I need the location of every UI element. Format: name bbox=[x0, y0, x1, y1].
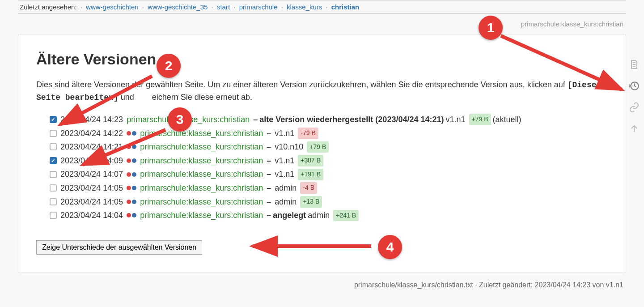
diff-icon[interactable] bbox=[127, 172, 137, 177]
revision-checkbox[interactable]: ✓ bbox=[50, 116, 57, 123]
breadcrumb-link[interactable]: start bbox=[217, 3, 230, 11]
revision-size: +13 B bbox=[300, 196, 322, 208]
revision-user: v1.n1 bbox=[275, 127, 294, 141]
revision-list: ✓2023/04/24 14:23primarschule:klasse_kur… bbox=[36, 113, 608, 222]
content-box: Ältere Versionen Dies sind ältere Versio… bbox=[18, 34, 626, 273]
revision-checkbox[interactable] bbox=[50, 184, 57, 192]
annotation-badge-2: 2 bbox=[157, 54, 181, 78]
revision-user: v1.n1 bbox=[445, 113, 465, 127]
revision-date: 2023/04/24 14:04 bbox=[60, 209, 123, 222]
tool-backlinks[interactable] bbox=[626, 97, 642, 118]
diff-icon[interactable] bbox=[127, 186, 137, 190]
revision-row: 2023/04/24 14:21primarschule:klasse_kurs… bbox=[50, 140, 608, 154]
revision-date: 2023/04/24 14:05 bbox=[60, 181, 123, 195]
tool-history[interactable] bbox=[626, 75, 642, 97]
breadcrumb-current: christian bbox=[331, 3, 360, 11]
breadcrumb-link[interactable]: www-geschichte_35 bbox=[148, 3, 208, 11]
revision-checkbox[interactable] bbox=[50, 212, 57, 219]
revision-size: +387 B bbox=[298, 155, 323, 166]
footer-info: primarschule/klasse_kurs/christian.txt ·… bbox=[18, 279, 626, 291]
revision-checkbox[interactable] bbox=[50, 198, 57, 205]
breadcrumb-label: Zuletzt angesehen: bbox=[20, 3, 77, 11]
revision-row: ✓2023/04/24 14:09primarschule:klasse_kur… bbox=[50, 154, 608, 168]
revision-size: -4 B bbox=[300, 182, 317, 194]
page-title: Ältere Versionen bbox=[36, 51, 608, 68]
tool-show-page[interactable] bbox=[626, 54, 642, 75]
diff-icon[interactable] bbox=[127, 200, 137, 204]
revision-user: v1.n1 bbox=[275, 167, 294, 181]
revision-page-link[interactable]: primarschule:klasse_kurs:christian bbox=[140, 154, 263, 168]
revision-user: v10.n10 bbox=[275, 140, 303, 154]
revision-user: admin bbox=[275, 195, 297, 209]
diff-icon[interactable] bbox=[127, 131, 137, 136]
intro-text: Dies sind ältere Versionen der gewählten… bbox=[36, 79, 608, 104]
revision-current-tag: (aktuell) bbox=[493, 113, 521, 127]
revision-row: 2023/04/24 14:07primarschule:klasse_kurs… bbox=[50, 167, 608, 181]
revision-date: 2023/04/24 14:09 bbox=[60, 154, 123, 168]
breadcrumb-sep: · bbox=[326, 3, 327, 11]
annotation-badge-3: 3 bbox=[168, 107, 192, 132]
annotation-badge-1: 1 bbox=[479, 16, 503, 40]
revision-row: 2023/04/24 14:05primarschule:klasse_kurs… bbox=[50, 195, 608, 209]
revision-date: 2023/04/24 14:23 bbox=[60, 113, 123, 127]
revision-user: v1.n1 bbox=[275, 154, 294, 168]
page-path: primarschule:klasse_kurs:christian bbox=[18, 14, 626, 30]
revision-size: +241 B bbox=[333, 210, 359, 222]
revision-page-link[interactable]: primarschule:klasse_kurs:christian bbox=[140, 181, 263, 195]
revision-page-link[interactable]: primarschule:klasse_kurs:christian bbox=[140, 127, 263, 141]
revision-user: admin bbox=[308, 209, 330, 222]
diff-icon[interactable] bbox=[127, 213, 137, 217]
show-diff-button[interactable]: Zeige Unterschiede der ausgewählten Vers… bbox=[36, 240, 202, 255]
revision-page-link[interactable]: primarschule:klasse_kurs:christian bbox=[140, 195, 263, 209]
breadcrumb: Zuletzt angesehen: · www-geschichten · w… bbox=[18, 0, 626, 14]
revision-date: 2023/04/24 14:05 bbox=[60, 195, 123, 209]
revision-size: +79 B bbox=[469, 114, 491, 125]
revision-page-link[interactable]: primarschule:klasse_kurs:christian bbox=[140, 209, 263, 222]
side-toolbar bbox=[626, 54, 642, 140]
revision-row: 2023/04/24 14:22primarschule:klasse_kurs… bbox=[50, 127, 608, 141]
revision-row: ✓2023/04/24 14:23primarschule:klasse_kur… bbox=[50, 113, 608, 127]
revision-row: 2023/04/24 14:04primarschule:klasse_kurs… bbox=[50, 209, 608, 222]
revision-date: 2023/04/24 14:22 bbox=[60, 127, 123, 141]
revision-row: 2023/04/24 14:05primarschule:klasse_kurs… bbox=[50, 181, 608, 195]
revision-checkbox[interactable] bbox=[50, 143, 57, 150]
revision-checkbox[interactable] bbox=[50, 130, 57, 137]
breadcrumb-link[interactable]: primarschule bbox=[239, 3, 278, 11]
breadcrumb-link[interactable]: www-geschichten bbox=[86, 3, 139, 11]
revision-summary: alte Version wiederhergestellt (2023/04/… bbox=[259, 113, 444, 127]
revision-summary: angelegt bbox=[273, 209, 306, 222]
revision-user: admin bbox=[275, 181, 297, 195]
revision-page-link[interactable]: primarschule:klasse_kurs:christian bbox=[140, 140, 263, 154]
diff-icon[interactable] bbox=[127, 158, 137, 163]
revision-checkbox[interactable] bbox=[50, 171, 57, 178]
revision-date: 2023/04/24 14:07 bbox=[60, 167, 123, 181]
annotation-badge-4: 4 bbox=[378, 235, 402, 259]
diff-icon[interactable] bbox=[127, 145, 137, 149]
revision-size: +191 B bbox=[298, 169, 323, 180]
revision-page-link[interactable]: primarschule:klasse_kurs:christian bbox=[140, 167, 263, 181]
tool-top[interactable] bbox=[626, 118, 642, 140]
revision-date: 2023/04/24 14:21 bbox=[60, 140, 123, 154]
revision-size: -79 B bbox=[298, 128, 318, 139]
breadcrumb-link[interactable]: klasse_kurs bbox=[287, 3, 322, 11]
revision-size: +79 B bbox=[307, 141, 329, 153]
revision-checkbox[interactable]: ✓ bbox=[50, 157, 57, 164]
